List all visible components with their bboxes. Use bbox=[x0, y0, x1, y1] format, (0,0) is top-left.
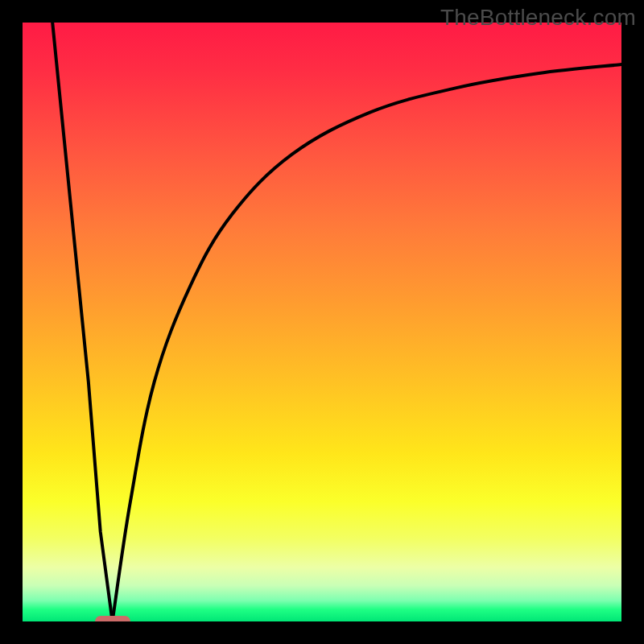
chart-frame: TheBottleneck.com bbox=[0, 0, 644, 644]
plot-area bbox=[23, 23, 621, 621]
min-point-marker bbox=[95, 616, 130, 621]
curve-layer bbox=[23, 23, 621, 621]
curve-right-branch bbox=[113, 64, 621, 621]
curve-left-branch bbox=[52, 23, 112, 621]
watermark-text: TheBottleneck.com bbox=[440, 5, 636, 31]
